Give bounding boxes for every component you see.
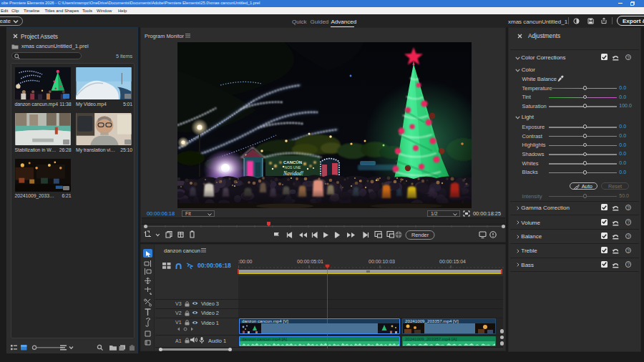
svg-text:CANCÚN: CANCÚN bbox=[283, 160, 302, 165]
svg-text:NOS UNE: NOS UNE bbox=[285, 165, 301, 170]
svg-text:Render: Render bbox=[411, 232, 429, 238]
svg-text:Navidad!: Navidad! bbox=[283, 170, 303, 177]
